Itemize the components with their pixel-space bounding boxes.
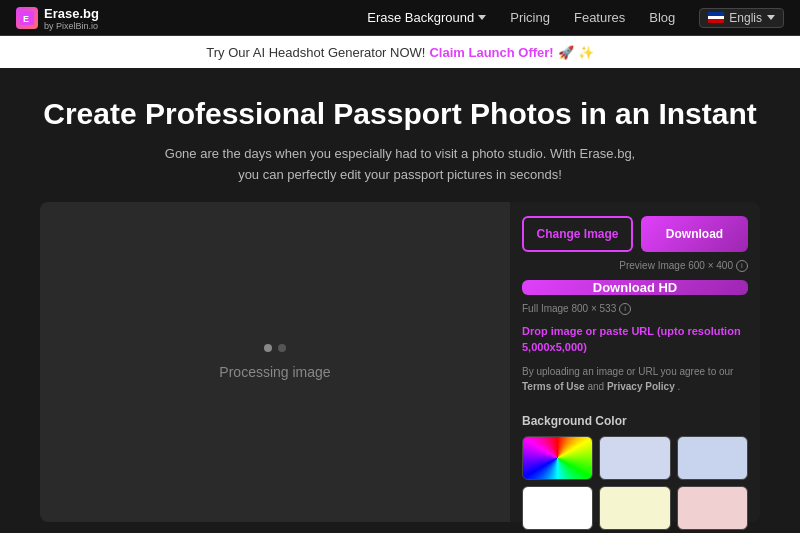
- lang-chevron-icon: [767, 15, 775, 20]
- privacy-link[interactable]: Privacy Policy: [607, 381, 675, 392]
- change-image-button[interactable]: Change Image: [522, 216, 633, 252]
- logo-sub: by PixelBin.io: [44, 22, 99, 31]
- color-swatch-light-yellow[interactable]: [599, 486, 670, 530]
- dot-1: [264, 344, 272, 352]
- action-buttons-row: Change Image Download: [522, 216, 748, 252]
- bg-color-label: Background Color: [522, 414, 748, 428]
- nav-pricing[interactable]: Pricing: [510, 10, 550, 25]
- dots-indicator: [264, 344, 286, 352]
- flag-icon: [708, 12, 724, 23]
- svg-text:E: E: [23, 14, 29, 24]
- terms-text: By uploading an image or URL you agree t…: [522, 364, 748, 394]
- color-swatch-light-pink[interactable]: [677, 486, 748, 530]
- hero-section: Create Professional Passport Photos in a…: [0, 68, 800, 202]
- url-highlight: URL: [631, 325, 653, 337]
- banner-emoji2: ✨: [578, 45, 594, 60]
- chevron-down-icon: [478, 15, 486, 20]
- banner-text: Try Our AI Headshot Generator NOW!: [206, 45, 425, 60]
- processing-text: Processing image: [219, 364, 330, 380]
- preview-info-icon[interactable]: i: [736, 260, 748, 272]
- preview-size-label: Preview Image 600 × 400 i: [522, 260, 748, 272]
- nav-blog[interactable]: Blog: [649, 10, 675, 25]
- download-button[interactable]: Download: [641, 216, 748, 252]
- main-content: Processing image Change Image Download P…: [0, 202, 800, 522]
- terms-link[interactable]: Terms of Use: [522, 381, 585, 392]
- right-panel: Change Image Download Preview Image 600 …: [510, 202, 760, 522]
- announcement-banner: Try Our AI Headshot Generator NOW! Claim…: [0, 36, 800, 68]
- color-swatch-rainbow[interactable]: [522, 436, 593, 480]
- nav-features[interactable]: Features: [574, 10, 625, 25]
- banner-link[interactable]: Claim Launch Offer!: [429, 45, 553, 60]
- navbar: E Erase.bg by PixelBin.io Erase Backgrou…: [0, 0, 800, 36]
- logo[interactable]: E Erase.bg by PixelBin.io: [16, 4, 99, 31]
- banner-emoji1: 🚀: [558, 45, 574, 60]
- color-swatch-light-blue2[interactable]: [677, 436, 748, 480]
- drop-zone-text: Drop image or paste URL (upto resolution…: [522, 323, 748, 356]
- logo-name: Erase.bg: [44, 6, 99, 21]
- nav-erase-bg[interactable]: Erase Background: [367, 10, 486, 25]
- full-image-label: Full Image 800 × 533 i: [522, 303, 748, 315]
- hero-title: Create Professional Passport Photos in a…: [20, 96, 780, 132]
- hero-subtitle: Gone are the days when you especially ha…: [160, 144, 640, 186]
- full-info-icon[interactable]: i: [619, 303, 631, 315]
- logo-icon: E: [16, 7, 38, 29]
- image-preview-area: Processing image: [40, 202, 510, 522]
- dot-2: [278, 344, 286, 352]
- nav-links: Erase Background Pricing Features Blog E…: [367, 8, 784, 28]
- language-selector[interactable]: Englis: [699, 8, 784, 28]
- color-swatch-light-blue[interactable]: [599, 436, 670, 480]
- color-swatches-grid: [522, 436, 748, 530]
- download-hd-button[interactable]: Download HD: [522, 280, 748, 295]
- color-swatch-white[interactable]: [522, 486, 593, 530]
